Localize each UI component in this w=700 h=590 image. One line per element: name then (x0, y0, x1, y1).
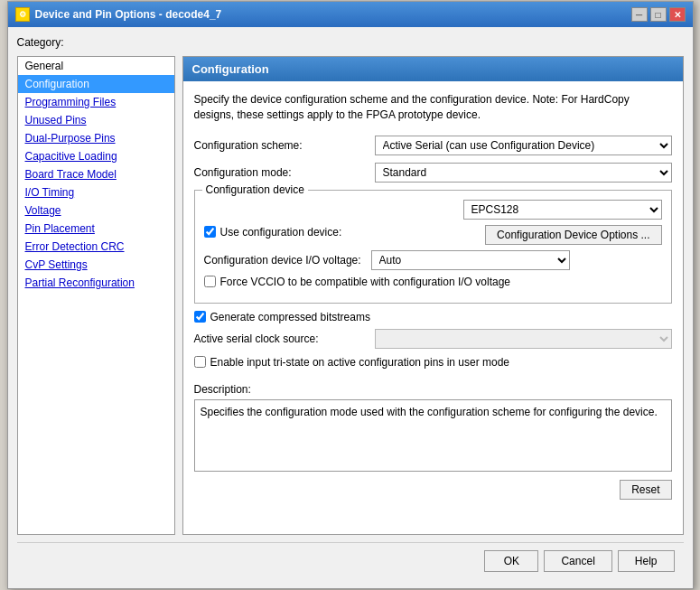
sidebar-item-io-timing[interactable]: I/O Timing (18, 183, 174, 201)
mode-control: Standard Fast (375, 163, 672, 183)
close-button[interactable]: ✕ (669, 7, 686, 22)
sidebar-item-board-trace-model[interactable]: Board Trace Model (18, 165, 174, 183)
config-device-options-button[interactable]: Configuration Device Options ... (485, 225, 661, 245)
use-config-device-label-wrapper: Use configuration device: (204, 226, 371, 244)
app-icon: ⚙ (15, 7, 30, 22)
force-vccio-row: Force VCCIO to be compatible with config… (204, 276, 662, 288)
main-panel: Configuration Specify the device configu… (182, 56, 684, 535)
ok-button[interactable]: OK (484, 550, 538, 572)
force-vccio-label[interactable]: Force VCCIO to be compatible with config… (220, 276, 511, 288)
scheme-row: Configuration scheme: Active Serial (can… (194, 136, 672, 155)
sidebar-item-capacitive-loading[interactable]: Capacitive Loading (18, 147, 174, 165)
titlebar-controls: ─ □ ✕ (631, 7, 686, 22)
use-config-device-checkbox[interactable] (204, 226, 216, 238)
generate-compressed-checkbox[interactable] (194, 311, 206, 323)
titlebar-left: ⚙ Device and Pin Options - decode4_7 (15, 7, 222, 22)
scheme-control: Active Serial (can use Configuration Dev… (375, 136, 672, 155)
generate-compressed-label[interactable]: Generate compressed bitstreams (210, 311, 370, 323)
mode-row: Configuration mode: Standard Fast (194, 163, 672, 183)
mode-select[interactable]: Standard Fast (375, 163, 672, 183)
sidebar-item-cvp-settings[interactable]: CvP Settings (18, 256, 174, 274)
main-window: ⚙ Device and Pin Options - decode4_7 ─ □… (7, 1, 694, 589)
help-button[interactable]: Help (618, 550, 675, 572)
config-device-group-title: Configuration device (202, 183, 308, 196)
config-device-group: Configuration device EPCS16 EPCS64 EPCS1… (194, 190, 672, 304)
category-label: Category: (17, 36, 684, 49)
reset-row: Reset (194, 480, 672, 500)
io-voltage-select[interactable]: Auto 1.8V 2.5V 3.3V (371, 250, 570, 270)
sidebar-item-error-detection[interactable]: Error Detection CRC (18, 238, 174, 256)
scheme-select[interactable]: Active Serial (can use Configuration Dev… (375, 136, 672, 155)
clock-source-select[interactable] (375, 329, 672, 349)
dialog-body: Category: General Configuration Programm… (8, 27, 693, 588)
sidebar-item-general[interactable]: General (18, 57, 174, 75)
scheme-label: Configuration scheme: (194, 139, 375, 152)
use-config-device-row: Use configuration device: Configuration … (204, 225, 662, 245)
device-select[interactable]: EPCS16 EPCS64 EPCS128 EPCQ256 (463, 200, 662, 220)
enable-tristate-label[interactable]: Enable input tri-state on active configu… (210, 356, 510, 369)
clock-source-control (375, 329, 672, 349)
io-voltage-row: Configuration device I/O voltage: Auto 1… (204, 250, 662, 270)
use-config-device-label[interactable]: Use configuration device: (220, 226, 342, 239)
mode-label: Configuration mode: (194, 166, 375, 179)
reset-button[interactable]: Reset (620, 480, 671, 500)
description-section: Description: Specifies the configuration… (194, 383, 672, 474)
enable-tristate-row: Enable input tri-state on active configu… (194, 356, 672, 369)
sidebar-item-dual-purpose-pins[interactable]: Dual-Purpose Pins (18, 129, 174, 147)
sidebar-item-programming-files[interactable]: Programming Files (18, 93, 174, 111)
cancel-button[interactable]: Cancel (544, 550, 611, 572)
panel-header: Configuration (183, 57, 683, 81)
titlebar: ⚙ Device and Pin Options - decode4_7 ─ □… (8, 2, 693, 27)
clock-source-label: Active serial clock source: (194, 332, 375, 345)
content-area: General Configuration Programming Files … (17, 56, 684, 535)
sidebar: General Configuration Programming Files … (17, 56, 175, 535)
description-label: Description: (194, 383, 672, 396)
window-title: Device and Pin Options - decode4_7 (35, 8, 222, 21)
footer-bar: OK Cancel Help (17, 542, 684, 579)
sidebar-item-partial-reconfig[interactable]: Partial Reconfiguration (18, 274, 174, 292)
description-textbox: Specifies the configuration mode used wi… (194, 399, 672, 472)
minimize-button[interactable]: ─ (631, 7, 648, 22)
maximize-button[interactable]: □ (650, 7, 667, 22)
sidebar-item-voltage[interactable]: Voltage (18, 201, 174, 220)
clock-source-row: Active serial clock source: (194, 329, 672, 349)
io-voltage-label: Configuration device I/O voltage: (204, 254, 371, 267)
intro-text: Specify the device configuration scheme … (194, 92, 672, 123)
panel-content: Specify the device configuration scheme … (183, 81, 683, 534)
sidebar-item-unused-pins[interactable]: Unused Pins (18, 111, 174, 129)
sidebar-item-configuration[interactable]: Configuration (18, 75, 174, 93)
generate-compressed-row: Generate compressed bitstreams (194, 311, 672, 323)
force-vccio-checkbox[interactable] (204, 276, 216, 287)
enable-tristate-checkbox[interactable] (194, 356, 206, 368)
use-config-device-checkbox-row: Use configuration device: (204, 226, 371, 239)
sidebar-item-pin-placement[interactable]: Pin Placement (18, 220, 174, 238)
